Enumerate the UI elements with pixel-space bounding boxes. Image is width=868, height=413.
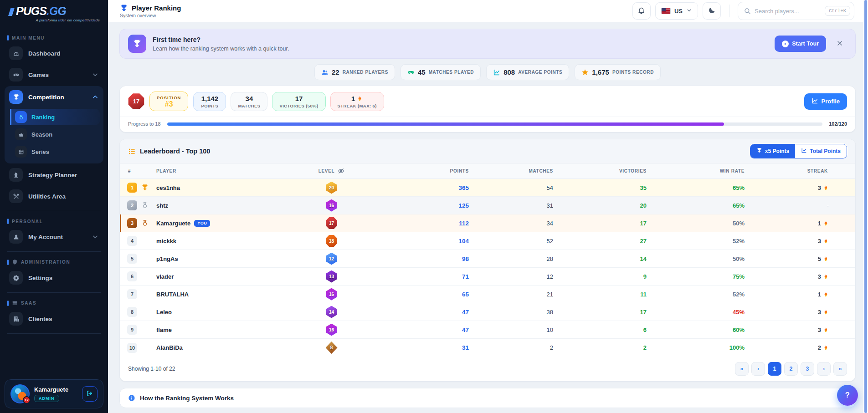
- points-link[interactable]: 125: [371, 202, 469, 209]
- player-name: AlanBiDa: [156, 344, 183, 351]
- victories-value: 27: [553, 238, 647, 245]
- win-rate-value: 60%: [647, 326, 745, 333]
- sidebar-item-ranking[interactable]: Ranking: [10, 109, 100, 125]
- page-title: Player Ranking: [132, 4, 181, 12]
- player-name: mickkk: [156, 238, 176, 245]
- chevron-up-icon: [92, 93, 99, 101]
- flame-icon: [823, 185, 829, 191]
- player-name: vlader: [156, 273, 174, 280]
- table-row-ces1nha[interactable]: 1ces1nha20365543565%3: [120, 179, 855, 197]
- sidebar-item-series[interactable]: Series: [10, 143, 100, 160]
- points-link[interactable]: 47: [371, 326, 469, 333]
- progress-bar: [167, 122, 823, 126]
- win-rate-value: 45%: [647, 309, 745, 316]
- page-scrollbar[interactable]: [863, 0, 868, 413]
- shield-icon: [12, 259, 18, 265]
- bell-icon: [637, 6, 645, 15]
- search-shortcut: Ctrl+K: [825, 6, 850, 16]
- player-name: Kamarguete: [156, 220, 190, 227]
- eye-off-icon[interactable]: [338, 168, 344, 174]
- victories-value: 6: [553, 326, 647, 333]
- trophy-icon: [141, 184, 149, 191]
- table-row-shtz[interactable]: 2shtz16125312065%-: [120, 197, 855, 214]
- search-box[interactable]: Ctrl+K: [738, 2, 854, 20]
- prev-page-button[interactable]: ‹: [751, 362, 765, 376]
- rank-badge: 5: [127, 254, 137, 264]
- points-link[interactable]: 47: [371, 309, 469, 316]
- last-page-button[interactable]: »: [833, 362, 847, 376]
- language-selector[interactable]: US: [655, 2, 698, 20]
- sidebar-item-games[interactable]: Games: [5, 65, 103, 85]
- logo-text: PUGS.GG: [16, 5, 66, 18]
- matches-value: 34: [469, 220, 553, 227]
- table-row-leleo[interactable]: 8Leleo1447381745%3: [120, 303, 855, 321]
- player-summary-card: 17 POSITION #3 1,142POINTS34MATCHES17VIC…: [119, 86, 856, 133]
- divider: [7, 292, 101, 293]
- layers-icon: [12, 300, 18, 306]
- flame-icon: [823, 274, 829, 280]
- sidebar-item-competition[interactable]: Competition: [5, 86, 103, 108]
- sidebar-item-season[interactable]: Season: [10, 126, 100, 143]
- first-page-button[interactable]: «: [735, 362, 749, 376]
- sidebar-item-dashboard[interactable]: Dashboard: [5, 43, 103, 63]
- points-link[interactable]: 71: [371, 273, 469, 280]
- points-link[interactable]: 112: [371, 220, 469, 227]
- points-link[interactable]: 65: [371, 291, 469, 298]
- search-input[interactable]: [755, 8, 821, 15]
- info-icon: [128, 394, 135, 402]
- ranking-info-card[interactable]: How the Ranking System Works: [119, 388, 856, 408]
- chart-line-icon: [812, 97, 818, 106]
- rank-badge: 9: [127, 325, 137, 335]
- table-row-p1ngas[interactable]: 5p1ngAs1298281450%5: [120, 250, 855, 268]
- table-row-kamarguete[interactable]: 3KamargueteYOU17112341750%1: [120, 214, 855, 232]
- points-link[interactable]: 98: [371, 255, 469, 262]
- sidebar-item-utilities-area[interactable]: Utilities Area: [5, 186, 103, 206]
- player-chip-victories-50-: 17VICTORIES (50%): [272, 92, 325, 111]
- page-button-1[interactable]: 1: [768, 362, 781, 376]
- start-tour-button[interactable]: Start Tour: [775, 36, 826, 52]
- points-link[interactable]: 365: [371, 184, 469, 191]
- medal-icon: [141, 219, 149, 227]
- table-header: # PLAYER LEVEL POINTS MATCHES VICTORIES …: [120, 163, 855, 179]
- next-page-button[interactable]: ›: [817, 362, 831, 376]
- pagination: «‹123›»: [735, 362, 847, 376]
- help-fab[interactable]: ?: [837, 385, 858, 406]
- dark-mode-toggle[interactable]: [703, 2, 721, 20]
- scrollbar-thumb[interactable]: [864, 0, 867, 413]
- notifications-button[interactable]: [632, 2, 651, 20]
- profile-button[interactable]: Profile: [804, 93, 847, 110]
- sidebar-item-clientes[interactable]: Clientes: [5, 309, 103, 329]
- total-points-button[interactable]: Total Points: [795, 144, 847, 158]
- close-icon[interactable]: [836, 40, 844, 48]
- sidebar-item-my-account[interactable]: My Account: [5, 227, 103, 247]
- section-label-personal: PERSONAL: [7, 219, 101, 224]
- sidebar-item-strategy-planner[interactable]: Strategy Planner: [5, 165, 103, 185]
- victories-value: 2: [553, 344, 647, 351]
- table-row-vlader[interactable]: 6vlader137112975%3: [120, 268, 855, 286]
- points-link[interactable]: 104: [371, 238, 469, 245]
- chevron-down-icon: [92, 71, 99, 78]
- sidebar-item-settings[interactable]: Settings: [5, 268, 103, 288]
- page-button-3[interactable]: 3: [801, 362, 814, 376]
- level-badge: 16: [326, 288, 338, 301]
- flame-icon: [823, 220, 829, 226]
- matches-value: 12: [469, 273, 553, 280]
- trophy-icon: [756, 148, 762, 155]
- logout-button[interactable]: [82, 386, 98, 402]
- table-row-brutalha[interactable]: 7BRUTALHA1665211152%1: [120, 286, 855, 303]
- logo-slash-icon: [8, 8, 15, 16]
- table-row-flame[interactable]: 9flame164710660%3: [120, 321, 855, 339]
- user-role-badge: ADMIN: [34, 395, 59, 402]
- list-icon: [128, 148, 136, 155]
- avatar: 17: [10, 384, 30, 403]
- sidebar-user-card[interactable]: 17 Kamarguete ADMIN: [5, 379, 103, 408]
- table-row-alanbida[interactable]: 10AlanBiDa83122100%2: [120, 339, 855, 357]
- table-body: 1ces1nha20365543565%32shtz16125312065%-3…: [120, 179, 855, 357]
- streak-value: 3: [745, 238, 855, 245]
- section-label-saas: SAAS: [7, 300, 101, 306]
- app-logo[interactable]: PUGS.GG A plataforma líder em competitiv…: [0, 0, 108, 26]
- x5-points-button[interactable]: x5 Points: [750, 144, 795, 158]
- table-row-mickkk[interactable]: 4mickkk18104522752%3: [120, 232, 855, 250]
- page-button-2[interactable]: 2: [784, 362, 798, 376]
- points-link[interactable]: 31: [371, 344, 469, 351]
